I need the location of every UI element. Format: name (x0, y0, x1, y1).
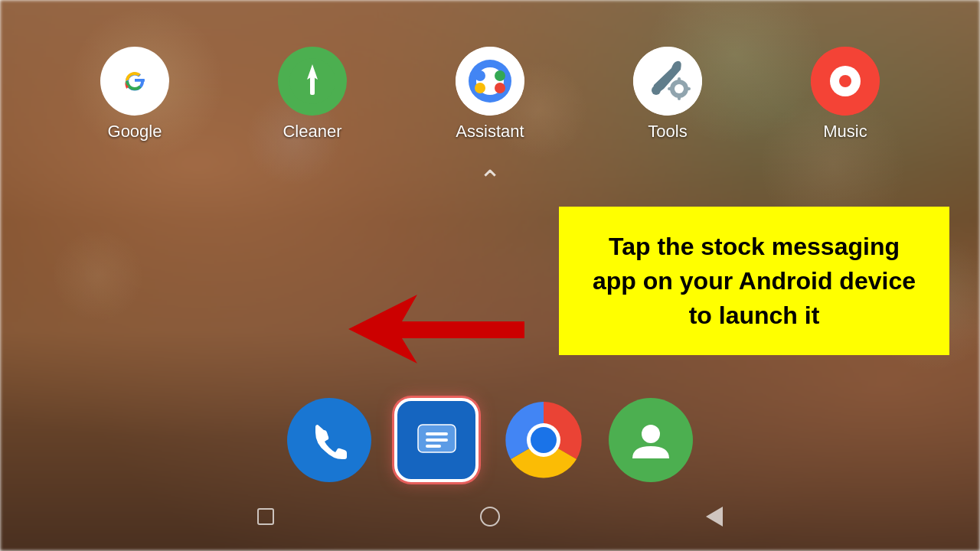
assistant-app-icon (456, 47, 524, 116)
top-apps-row: Google Cleaner (0, 0, 980, 142)
music-app-label: Music (823, 122, 867, 142)
svg-rect-3 (310, 77, 315, 95)
dock-phone-icon[interactable] (287, 398, 371, 482)
app-item-music[interactable]: Music (811, 47, 880, 142)
dock-apps-row (256, 383, 724, 497)
svg-point-30 (642, 425, 660, 443)
svg-rect-17 (668, 87, 674, 90)
app-item-assistant[interactable]: Assistant (456, 47, 524, 142)
back-icon (706, 507, 723, 527)
dock-chrome-icon[interactable] (501, 398, 586, 482)
dock-messages-icon[interactable] (394, 398, 479, 482)
svg-rect-25 (426, 439, 448, 442)
svg-marker-31 (348, 295, 524, 364)
assistant-app-label: Assistant (456, 122, 524, 142)
red-arrow (348, 291, 524, 370)
svg-rect-26 (426, 445, 441, 448)
svg-rect-16 (678, 94, 681, 100)
svg-point-7 (475, 70, 485, 81)
svg-rect-15 (678, 77, 681, 83)
google-app-label: Google (108, 122, 162, 142)
tooltip-box: Tap the stock messaging app on your Andr… (559, 207, 949, 355)
recents-button[interactable] (254, 505, 277, 528)
svg-point-14 (675, 84, 684, 93)
svg-point-12 (652, 86, 661, 95)
dock-contacts-icon[interactable] (609, 398, 693, 482)
tools-app-icon (633, 47, 702, 116)
svg-rect-24 (426, 432, 448, 435)
cleaner-app-label: Cleaner (283, 122, 341, 142)
app-item-tools[interactable]: Tools (633, 47, 702, 142)
app-item-cleaner[interactable]: Cleaner (278, 47, 347, 142)
svg-rect-18 (684, 87, 691, 90)
svg-point-9 (475, 83, 485, 93)
chevron-up-icon[interactable]: ⌃ (479, 165, 501, 197)
music-app-icon (811, 47, 880, 116)
tools-app-label: Tools (648, 122, 687, 142)
home-button[interactable] (479, 505, 501, 528)
recents-icon (257, 508, 274, 525)
svg-point-10 (495, 83, 505, 93)
svg-point-29 (531, 427, 557, 453)
home-icon (480, 507, 500, 527)
app-item-google[interactable]: Google (100, 47, 169, 142)
nav-bar (0, 497, 980, 536)
svg-point-8 (495, 70, 505, 81)
svg-point-21 (839, 75, 851, 87)
google-app-icon (100, 47, 169, 116)
back-button[interactable] (703, 505, 726, 528)
dock (0, 383, 980, 551)
tooltip-text: Tap the stock messaging app on your Andr… (586, 230, 923, 332)
cleaner-app-icon (278, 47, 347, 116)
